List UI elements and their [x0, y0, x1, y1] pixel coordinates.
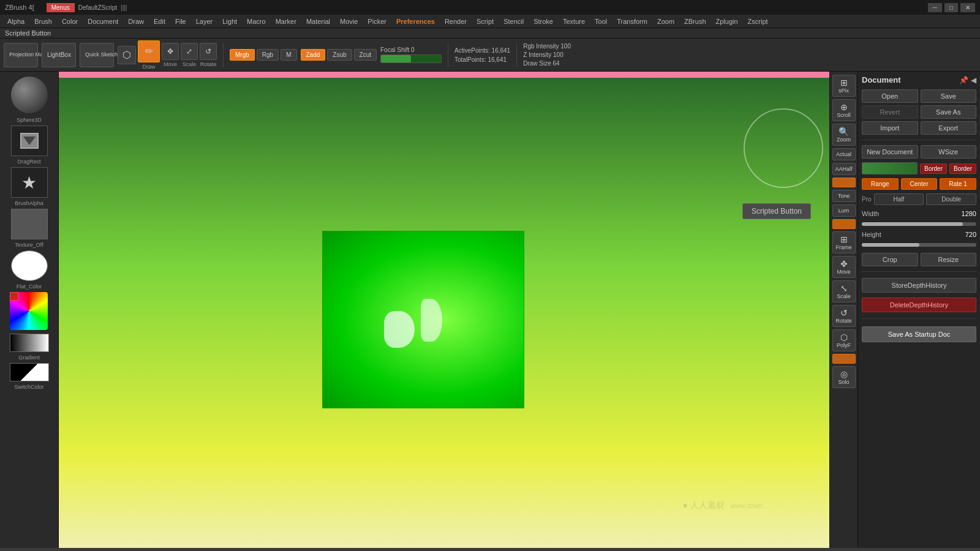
- menu-edit[interactable]: Edit: [149, 17, 170, 26]
- switch-color-btn[interactable]: [10, 363, 49, 381]
- width-slider[interactable]: [862, 222, 976, 226]
- store-depth-btn[interactable]: StoreDepthHistory: [862, 278, 976, 293]
- menu-document[interactable]: Document: [83, 17, 123, 26]
- rt-spix[interactable]: ⊞ sPix: [832, 75, 856, 97]
- rgb-intensity-label: Rgb Intensity 100: [523, 43, 571, 50]
- menu-brush[interactable]: Brush: [29, 17, 57, 26]
- window-minimize[interactable]: ─: [928, 3, 942, 12]
- rt-rotate[interactable]: ↺ Rotate: [832, 305, 856, 327]
- zcut-btn[interactable]: Zcut: [354, 49, 377, 61]
- menu-script[interactable]: Script: [472, 17, 499, 26]
- quick-sketch-btn[interactable]: Quick Sketch: [80, 43, 114, 67]
- scale-btn[interactable]: ⤢: [181, 43, 198, 60]
- menu-preferences[interactable]: Preferences: [391, 17, 440, 26]
- save-as-btn[interactable]: Save As: [921, 105, 977, 119]
- menu-transform[interactable]: Transform: [612, 17, 652, 26]
- rt-aahalf[interactable]: AAHalf: [832, 163, 856, 175]
- export-btn[interactable]: Export: [921, 121, 977, 135]
- revert-btn[interactable]: Revert: [862, 105, 918, 119]
- doc-panel-pin[interactable]: 📌: [959, 76, 968, 84]
- menu-layer[interactable]: Layer: [191, 17, 218, 26]
- rt-scroll[interactable]: ⊕ Scroll: [832, 99, 856, 121]
- menu-material[interactable]: Material: [301, 17, 335, 26]
- zadd-btn[interactable]: Zadd: [301, 49, 326, 61]
- menu-zscript[interactable]: Zscript: [743, 17, 773, 26]
- rt-zoom[interactable]: 🔍 Zoom: [832, 124, 856, 146]
- flat-color-preview[interactable]: [11, 250, 48, 281]
- brush-btn[interactable]: ★: [11, 167, 48, 198]
- rt-orange2[interactable]: [832, 219, 856, 229]
- menu-picker[interactable]: Picker: [363, 17, 391, 26]
- menu-macro[interactable]: Macro: [242, 17, 271, 26]
- m-btn[interactable]: M: [281, 49, 296, 61]
- menu-file[interactable]: File: [170, 17, 191, 26]
- rt-orange1[interactable]: [832, 178, 856, 187]
- sphere-preview[interactable]: [11, 77, 48, 113]
- window-close[interactable]: ✕: [960, 3, 975, 12]
- alpha-box[interactable]: [11, 209, 48, 239]
- menu-texture[interactable]: Texture: [558, 17, 590, 26]
- menus-button[interactable]: Menus: [47, 3, 75, 12]
- height-slider[interactable]: [862, 243, 976, 247]
- canvas-area[interactable]: Scripted Button ● 人人素材 www.dzwh...: [59, 72, 829, 548]
- window-maximize[interactable]: □: [944, 3, 958, 12]
- gradient-btn[interactable]: [10, 334, 49, 352]
- menu-tool[interactable]: Tool: [590, 17, 612, 26]
- double-btn[interactable]: Double: [926, 193, 976, 205]
- rt-move[interactable]: ✥ Move: [832, 256, 856, 278]
- open-btn[interactable]: Open: [862, 89, 918, 103]
- menu-marker[interactable]: Marker: [271, 17, 301, 26]
- menu-color[interactable]: Color: [57, 17, 83, 26]
- draw-btn[interactable]: ✏: [138, 40, 160, 62]
- menu-render[interactable]: Render: [440, 17, 472, 26]
- lightbox-btn[interactable]: LightBox: [42, 43, 76, 67]
- rt-solo[interactable]: ◎ Solo: [832, 366, 856, 388]
- height-val: 720: [965, 231, 976, 238]
- rotate-btn[interactable]: ↺: [200, 43, 217, 60]
- color-picker[interactable]: [10, 292, 49, 331]
- rt-tone[interactable]: Tone: [832, 190, 856, 202]
- rt-polyf[interactable]: ⬡ PolyF: [832, 329, 856, 351]
- menu-zbrush[interactable]: ZBrush: [679, 17, 710, 26]
- rt-lum[interactable]: Lum: [832, 204, 856, 217]
- rgb-btn[interactable]: Rgb: [257, 49, 279, 61]
- menu-draw[interactable]: Draw: [123, 17, 149, 26]
- rt-frame[interactable]: ⊞ Frame: [832, 231, 856, 253]
- rt-actual[interactable]: Actual: [832, 148, 856, 160]
- resize-btn[interactable]: Resize: [921, 253, 977, 266]
- tool-icon-1[interactable]: ⬡: [118, 46, 136, 64]
- doc-color-green[interactable]: [862, 162, 918, 174]
- menu-alpha[interactable]: Alpha: [2, 17, 29, 26]
- crop-btn[interactable]: Crop: [862, 253, 918, 266]
- menu-stencil[interactable]: Stencil: [499, 17, 529, 26]
- import-btn[interactable]: Import: [862, 121, 918, 135]
- center-btn[interactable]: Center: [901, 178, 938, 190]
- border-btn1[interactable]: Border: [920, 163, 947, 174]
- half-btn[interactable]: Half: [874, 193, 924, 205]
- move-btn[interactable]: ✥: [162, 43, 179, 60]
- zsub-btn[interactable]: Zsub: [327, 49, 352, 61]
- doc-panel-close[interactable]: ◀: [971, 76, 976, 84]
- range-btn[interactable]: Range: [862, 178, 899, 190]
- menu-zplugin[interactable]: Zplugin: [711, 17, 743, 26]
- new-document-btn[interactable]: New Document: [862, 145, 918, 159]
- menu-zoom[interactable]: Zoom: [652, 17, 679, 26]
- save-startup-btn[interactable]: Save As Startup Doc: [862, 326, 976, 342]
- border-btn2[interactable]: Border: [949, 163, 976, 174]
- green-rectangle[interactable]: [322, 231, 524, 408]
- menu-movie[interactable]: Movie: [335, 17, 363, 26]
- left-panel: Sphere3D DragRect ★ BrushAlpha Texture_O…: [0, 72, 59, 548]
- rt-orange3[interactable]: [832, 354, 856, 364]
- scripted-canvas-button[interactable]: Scripted Button: [742, 203, 811, 219]
- menu-light[interactable]: Light: [217, 17, 242, 26]
- brushalpha-label: BrushAlpha: [15, 200, 43, 206]
- mrgb-btn[interactable]: Mrgb: [230, 49, 255, 61]
- delete-depth-btn[interactable]: DeleteDepthHistory: [862, 298, 976, 312]
- rate-btn[interactable]: Rate 1: [940, 178, 976, 190]
- rt-scale[interactable]: ⤡ Scale: [832, 280, 856, 302]
- projection-master-btn[interactable]: Projection Master: [4, 43, 38, 67]
- dragrect-btn[interactable]: [11, 126, 48, 156]
- menu-stroke[interactable]: Stroke: [529, 17, 558, 26]
- wsize-btn[interactable]: WSize: [921, 145, 977, 159]
- save-btn[interactable]: Save: [921, 89, 977, 103]
